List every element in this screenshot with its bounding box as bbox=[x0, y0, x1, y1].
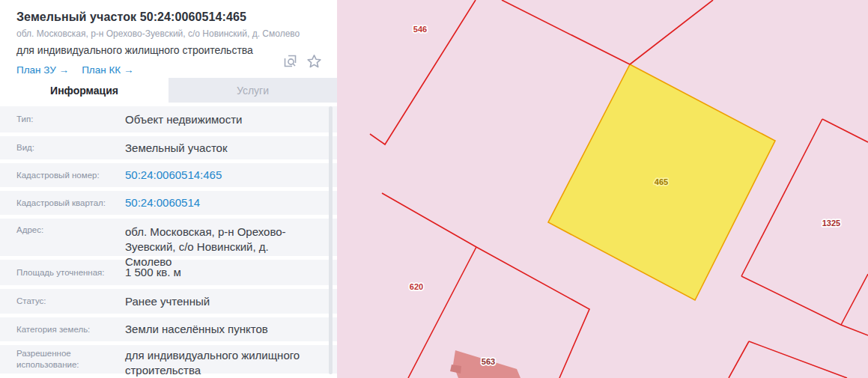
table-row-permitted-use: Разрешенное использование: для индивидуа… bbox=[0, 345, 337, 374]
row-value: 1 500 кв. м bbox=[125, 265, 316, 280]
page-title: Земельный участок 50:24:0060514:465 bbox=[16, 10, 321, 24]
map-label-563[interactable]: 563 bbox=[482, 357, 495, 366]
row-label: Кадастровый квартал: bbox=[16, 198, 125, 209]
header-icon-group bbox=[283, 54, 322, 69]
map-label-620[interactable]: 620 bbox=[410, 282, 423, 291]
boundary-branch-east bbox=[841, 274, 868, 325]
panel-scrollbar[interactable] bbox=[329, 106, 333, 374]
table-row-land-category: Категория земель: Земли населённых пункт… bbox=[0, 317, 337, 341]
boundary-southeast-b bbox=[749, 341, 847, 378]
table-row-address: Адрес: обл. Московская, р-н Орехово-Зуев… bbox=[0, 219, 337, 256]
table-row-cadastral-block: Кадастровый квартал: 50:24:0060514 bbox=[0, 191, 337, 215]
plan-links: План ЗУ → План КК → bbox=[16, 64, 321, 76]
building-563-overlap bbox=[450, 365, 461, 374]
row-label: Разрешенное использование: bbox=[16, 348, 125, 371]
row-value: Ранее учтенный bbox=[125, 294, 316, 309]
map-label-465[interactable]: 465 bbox=[655, 177, 668, 186]
row-value: обл. Московская, р-н Орехово-Зуевский, с… bbox=[125, 225, 316, 269]
parcel-info-panel: Земельный участок 50:24:0060514:465 обл.… bbox=[0, 0, 337, 378]
panel-header: Земельный участок 50:24:0060514:465 обл.… bbox=[0, 0, 337, 78]
panel-tabs: Информация Услуги bbox=[0, 78, 337, 103]
boundary-line-northwest bbox=[502, 0, 630, 64]
favorite-star-icon[interactable] bbox=[306, 54, 322, 69]
map-label-546[interactable]: 546 bbox=[413, 25, 427, 34]
parcel-usage-line: для индивидуального жилищного строительс… bbox=[16, 44, 321, 56]
row-label: Категория земель: bbox=[16, 324, 125, 335]
row-label: Статус: bbox=[16, 296, 125, 307]
table-row-kind: Вид: Земельный участок bbox=[0, 136, 337, 159]
cadastral-map-app: Земельный участок 50:24:0060514:465 обл.… bbox=[0, 0, 868, 378]
row-label: Тип: bbox=[16, 114, 125, 125]
cadastral-map[interactable]: 546 620 1325 563 465 bbox=[337, 0, 868, 378]
row-label: Площадь уточненная: bbox=[16, 267, 125, 278]
tab-services[interactable]: Услуги bbox=[169, 78, 337, 103]
map-label-1325[interactable]: 1325 bbox=[822, 219, 840, 228]
row-value: Объект недвижимости bbox=[125, 112, 316, 127]
row-value: Земельный участок bbox=[125, 141, 316, 156]
boundary-road-south bbox=[741, 276, 868, 335]
row-label: Вид: bbox=[16, 142, 125, 153]
cadastral-number-link[interactable]: 50:24:0060514:465 bbox=[125, 168, 316, 183]
row-label: Кадастровый номер: bbox=[16, 170, 125, 181]
boundary-parcel-1325-top bbox=[822, 119, 868, 142]
cadastral-block-link[interactable]: 50:24:0060514 bbox=[125, 195, 316, 210]
table-row-status: Статус: Ранее учтенный bbox=[0, 289, 337, 314]
row-value: для индивидуального жилищного строительс… bbox=[125, 348, 316, 378]
boundary-southeast-a bbox=[729, 341, 749, 378]
table-row-type: Тип: Объект недвижимости bbox=[0, 106, 337, 132]
plan-zu-link[interactable]: План ЗУ → bbox=[16, 64, 69, 76]
row-value: Земли населённых пунктов bbox=[125, 322, 316, 337]
boundary-parcel-546 bbox=[370, 0, 476, 144]
zoom-to-object-icon[interactable] bbox=[283, 54, 298, 69]
boundary-line-north bbox=[630, 0, 713, 64]
plan-kk-link[interactable]: План КК → bbox=[82, 64, 133, 76]
table-row-cadastral-number: Кадастровый номер: 50:24:0060514:465 bbox=[0, 163, 337, 187]
row-label: Адрес: bbox=[16, 225, 125, 236]
parcel-address-subtitle: обл. Московская, р-н Орехово-Зуевский, с… bbox=[16, 28, 321, 39]
tab-information[interactable]: Информация bbox=[0, 78, 169, 103]
attribute-table: Тип: Объект недвижимости Вид: Земельный … bbox=[0, 103, 337, 374]
